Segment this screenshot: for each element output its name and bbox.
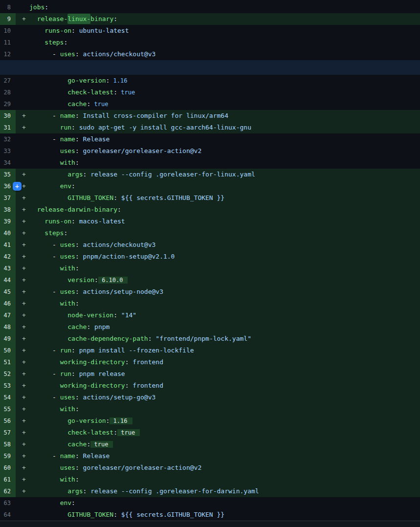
code-segment: name	[60, 452, 75, 460]
code-line: steps:	[29, 37, 67, 48]
code-line: env:	[29, 497, 75, 509]
line-number[interactable]: 42	[0, 251, 16, 263]
diff-marker: +	[16, 263, 29, 274]
line-number[interactable]: 46	[0, 298, 16, 309]
line-number[interactable]: 32	[0, 133, 16, 145]
line-number[interactable]: 53	[0, 380, 16, 392]
diff-marker	[16, 1, 29, 13]
code-segment: :	[75, 452, 79, 460]
line-number[interactable]: 35	[0, 169, 16, 180]
diff-marker: +	[16, 392, 29, 403]
diff-marker: +	[16, 192, 29, 204]
code-segment: :	[75, 264, 79, 272]
code-line: check-latest: true	[29, 427, 140, 439]
line-number[interactable]: 27	[0, 75, 16, 87]
line-number[interactable]: 11	[0, 37, 16, 48]
diff-marker: +	[16, 204, 29, 216]
line-number[interactable]: 30	[0, 110, 16, 122]
line-number[interactable]: 34	[0, 157, 16, 169]
code-line: with:	[29, 298, 79, 309]
line-number[interactable]: 59	[0, 450, 16, 462]
add-comment-button[interactable]: +	[13, 182, 22, 191]
diff-marker: +	[16, 439, 29, 450]
code-segment: :	[113, 194, 117, 201]
line-number[interactable]: 50	[0, 345, 16, 356]
code-segment: :	[75, 464, 79, 471]
diff-marker	[16, 133, 29, 145]
diff-marker: +	[16, 251, 29, 263]
line-number[interactable]: 63	[0, 497, 16, 509]
code-segment	[29, 182, 60, 190]
diff-row: 12 - uses: actions/checkout@v3	[0, 48, 420, 60]
diff-row: 49+ cache-dependency-path: "frontend/pnp…	[0, 333, 420, 345]
code-segment: :	[71, 182, 75, 190]
code-line: with:	[29, 403, 79, 415]
line-number[interactable]: 31	[0, 122, 16, 133]
line-number[interactable]: 58	[0, 439, 16, 450]
code-segment: jobs	[29, 3, 44, 11]
code-segment	[29, 358, 60, 366]
code-segment: -	[29, 135, 60, 143]
diff-row: 32 - name: Release	[0, 133, 420, 145]
line-number[interactable]: 33	[0, 145, 16, 157]
line-number[interactable]: 64	[0, 509, 16, 521]
line-number[interactable]: 47	[0, 309, 16, 321]
code-segment	[29, 276, 67, 284]
code-segment: uses	[60, 241, 75, 248]
line-number[interactable]: 45	[0, 286, 16, 298]
line-number[interactable]: 10	[0, 25, 16, 37]
code-segment: :	[71, 499, 75, 506]
expand-hunk-row[interactable]	[0, 60, 420, 75]
line-number[interactable]: 9	[0, 13, 16, 25]
line-number[interactable]: 51	[0, 356, 16, 368]
line-number[interactable]: 44	[0, 274, 16, 286]
code-segment: with	[60, 405, 75, 413]
code-segment	[29, 429, 67, 436]
line-number[interactable]: 60	[0, 462, 16, 474]
code-line: - uses: actions/checkout@v3	[29, 48, 155, 60]
diff-marker: +	[16, 356, 29, 368]
diff-marker: +	[16, 474, 29, 485]
code-segment: :	[75, 135, 79, 143]
line-number[interactable]: 12	[0, 48, 16, 60]
diff-marker: +	[16, 462, 29, 474]
code-segment: Install cross-compiler for linux/arm64	[79, 112, 228, 119]
diff-row: 48+ cache: pnpm	[0, 321, 420, 333]
code-segment: :	[75, 253, 79, 260]
code-segment: "14"	[117, 311, 136, 319]
code-segment	[29, 487, 67, 495]
code-segment: :	[75, 476, 79, 483]
line-number[interactable]: 8	[0, 1, 16, 13]
code-segment	[29, 171, 67, 178]
code-segment	[29, 218, 44, 225]
diff-row: 40+ steps:	[0, 227, 420, 239]
line-number[interactable]: 54	[0, 392, 16, 403]
code-line: - name: Release	[29, 450, 110, 462]
line-number[interactable]: 52	[0, 368, 16, 380]
line-number[interactable]: 38	[0, 204, 16, 216]
line-number[interactable]: 55	[0, 403, 16, 415]
code-segment: sudo apt-get -y install gcc-aarch64-linu…	[75, 124, 251, 131]
code-segment: goreleaser/goreleaser-action@v2	[79, 464, 201, 471]
line-number[interactable]: 28	[0, 87, 16, 98]
line-number[interactable]: 40	[0, 227, 16, 239]
line-number[interactable]: 62	[0, 485, 16, 497]
line-number[interactable]: 43	[0, 263, 16, 274]
line-number[interactable]: 48	[0, 321, 16, 333]
code-segment: true	[90, 441, 113, 448]
line-number[interactable]: 49	[0, 333, 16, 345]
code-segment: run	[60, 124, 71, 131]
diff-row: 46+ with:	[0, 298, 420, 309]
line-number[interactable]: 37	[0, 192, 16, 204]
line-number[interactable]: 61	[0, 474, 16, 485]
line-number[interactable]: 56	[0, 415, 16, 427]
line-number[interactable]: 29	[0, 98, 16, 110]
diff-marker	[16, 509, 29, 521]
line-number[interactable]: 39	[0, 216, 16, 227]
line-number[interactable]: 57	[0, 427, 16, 439]
code-segment: :	[75, 288, 79, 295]
diff-marker: +	[16, 216, 29, 227]
line-number[interactable]: 41	[0, 239, 16, 251]
code-segment: -	[29, 452, 60, 460]
code-segment: go-version	[67, 77, 106, 84]
